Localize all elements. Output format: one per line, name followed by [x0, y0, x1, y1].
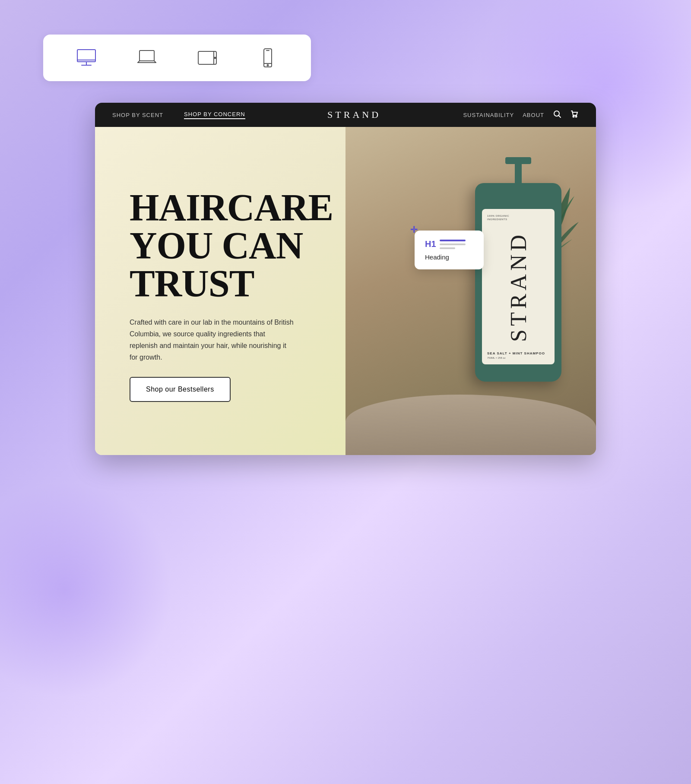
move-icon: ✛: [408, 224, 420, 236]
tooltip-line-short: [440, 247, 455, 249]
svg-point-16: [573, 116, 574, 117]
cart-icon[interactable]: [570, 110, 579, 120]
hero-cta-button[interactable]: Shop our Bestsellers: [130, 377, 231, 402]
bottle-brand: STRAND: [506, 231, 531, 342]
svg-line-15: [559, 115, 561, 117]
nav-left: SHOP BY SCENT SHOP BY CONCERN: [112, 111, 245, 119]
device-tablet-landscape[interactable]: [194, 45, 220, 71]
device-laptop[interactable]: [134, 45, 160, 71]
rock-platform: [346, 395, 596, 455]
svg-point-9: [215, 57, 216, 59]
brand-logo: STRAND: [327, 109, 381, 120]
tooltip-label: Heading: [425, 253, 473, 261]
bottle-label: 100% ORGANIC INGREDIENTS STRAND SEA SALT…: [482, 209, 555, 364]
tooltip-h1-text: H1: [425, 239, 436, 249]
hero-section: HAIRCARE YOU CAN TRUST Crafted with care…: [95, 127, 596, 455]
device-bar: [43, 35, 311, 81]
tooltip-line: [440, 243, 466, 245]
hero-left: HAIRCARE YOU CAN TRUST Crafted with care…: [95, 127, 346, 455]
nav-right: SUSTAINABILITY ABOUT: [463, 110, 579, 120]
search-icon[interactable]: [553, 110, 561, 120]
hero-title: HAIRCARE YOU CAN TRUST: [130, 189, 320, 303]
product-bottle: 100% ORGANIC INGREDIENTS STRAND SEA SALT…: [475, 183, 570, 399]
navbar: SHOP BY SCENT SHOP BY CONCERN STRAND SUS…: [95, 103, 596, 127]
bottle-product-info: SEA SALT + MINT SHAMPOO 750ML ≈ 25fl oz: [487, 351, 549, 359]
page-wrapper: SHOP BY SCENT SHOP BY CONCERN STRAND SUS…: [0, 0, 691, 490]
svg-point-12: [267, 65, 269, 66]
svg-rect-4: [139, 51, 154, 61]
nav-sustainability[interactable]: SUSTAINABILITY: [463, 112, 514, 118]
tooltip-h1-row: H1: [425, 239, 473, 249]
bottle-pump: [510, 157, 527, 185]
nav-about[interactable]: ABOUT: [523, 112, 544, 118]
svg-point-17: [576, 116, 577, 117]
device-desktop[interactable]: [73, 45, 99, 71]
nav-shop-by-concern[interactable]: SHOP BY CONCERN: [184, 111, 245, 119]
heading-tooltip: ✛ H1 Heading: [415, 231, 484, 269]
device-mobile[interactable]: [255, 45, 281, 71]
hero-description: Crafted with care in our lab in the moun…: [130, 316, 294, 364]
tooltip-lines: [440, 240, 466, 249]
website-mockup: SHOP BY SCENT SHOP BY CONCERN STRAND SUS…: [95, 103, 596, 455]
hero-right: 100% ORGANIC INGREDIENTS STRAND SEA SALT…: [346, 127, 596, 455]
nav-shop-by-scent[interactable]: SHOP BY SCENT: [112, 112, 163, 118]
bottle-organic-label: 100% ORGANIC INGREDIENTS: [487, 214, 509, 221]
